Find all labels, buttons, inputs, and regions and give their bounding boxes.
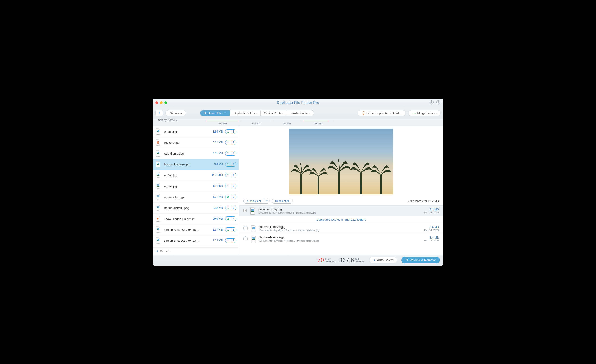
file-list[interactable]: JPEGyanapi.jpg3.89 MB13MP3Tuscon.mp36.01… <box>153 126 239 247</box>
minimize-window-button[interactable] <box>160 102 163 104</box>
camera-icon[interactable] <box>244 227 248 230</box>
sidebar: JPEGyanapi.jpg3.89 MB13MP3Tuscon.mp36.01… <box>153 126 239 255</box>
auto-select-button[interactable]: Auto Select <box>244 199 264 204</box>
svg-point-0 <box>430 101 434 104</box>
file-size: 3.89 MB <box>210 130 223 133</box>
svg-point-32 <box>252 210 252 210</box>
file-size: 6.01 MB <box>210 141 223 144</box>
file-row[interactable]: JPEGtodd-diemer.jpg4.15 MB13 <box>153 148 239 159</box>
duplicate-checkbox[interactable] <box>244 209 247 212</box>
footer: 70 Files Selected 367.6 MB Selected ✦ Au… <box>153 255 443 266</box>
size-bars: Sort by Name ▼ 571 MB186 MB96 MB406 MB <box>153 119 443 126</box>
file-type-icon: PNG <box>155 205 161 211</box>
file-name: thomas-lefebvre.jpg <box>164 163 207 166</box>
duplicate-filename: palms and sky.jpg <box>259 207 421 211</box>
duplicate-row[interactable]: thomas-lefebvre.jpgDocuments › My docs ›… <box>239 234 443 244</box>
merge-arrow-icon: ›→ <box>412 111 416 115</box>
file-row[interactable]: JPEGsunset.jpg88.9 KB12 <box>153 181 239 192</box>
mb-selected-stat: 367.6 MB Selected <box>339 257 365 264</box>
titlebar: Duplicate File Finder Pro <box>153 99 443 107</box>
file-type-icon <box>249 207 256 214</box>
file-name: sunset.jpg <box>164 184 207 188</box>
select-duplicates-button[interactable]: Select Duplicates in Folder <box>358 110 406 116</box>
review-remove-button[interactable]: Review & Remove <box>401 257 440 263</box>
zoom-window-button[interactable] <box>164 102 167 104</box>
file-row[interactable]: M4VShow Hidden Files.m4v39.9 MB24 <box>153 214 239 225</box>
file-row[interactable]: JPEGsurfing.jpg128.8 KB12 <box>153 170 239 181</box>
file-type-icon: JPEG <box>155 150 161 157</box>
file-name: yanapi.jpg <box>164 130 207 133</box>
file-name: Tuscon.mp3 <box>164 141 207 144</box>
footer-auto-select-button[interactable]: ✦ Auto Select <box>369 257 397 263</box>
svg-point-36 <box>252 238 253 239</box>
file-counts: 12 <box>225 184 237 188</box>
file-size: 1.72 MB <box>210 195 223 199</box>
chevron-down-icon: ▼ <box>266 200 268 202</box>
search-input[interactable] <box>160 249 236 253</box>
sort-by-dropdown[interactable]: Sort by Name ▼ <box>158 118 178 122</box>
file-row[interactable]: PNGScreen Shot 2019-04-23…1.22 MB12 <box>153 235 239 246</box>
file-type-icon: JPEG <box>155 183 161 189</box>
info-icon[interactable] <box>436 100 441 106</box>
file-counts: 12 <box>225 206 237 210</box>
duplicate-path: Documents › My docs › Folder 2 › palms a… <box>259 211 421 214</box>
file-row[interactable]: JPEGsummer time.jpg1.72 MB23 <box>153 192 239 203</box>
duplicate-size: 3.4 MB <box>424 225 439 229</box>
duplicate-size: 3.4 MB <box>424 236 439 239</box>
svg-point-15 <box>157 185 158 186</box>
tab-similar-folders[interactable]: Similar Folders <box>287 110 314 116</box>
file-counts: 12 <box>225 173 237 177</box>
merge-folders-button[interactable]: ›→ Merge Folders <box>408 110 441 116</box>
rss-icon[interactable] <box>429 100 434 106</box>
svg-rect-30 <box>380 175 382 195</box>
deselect-all-button[interactable]: Deselect All <box>272 199 293 204</box>
file-row[interactable]: MP3Tuscon.mp36.01 MB12 <box>153 137 239 148</box>
size-bar: 186 MB <box>240 121 272 125</box>
duplicate-row[interactable]: thomas-lefebvre.jpgDocuments › My docs ›… <box>239 223 443 234</box>
file-row[interactable]: JPEGthomas-lefebvre.jpg3.4 MB13 <box>153 159 239 170</box>
chevron-down-icon: ▼ <box>224 112 226 114</box>
duplicate-path: Documents › My docs › Summer › thomas-le… <box>259 229 421 232</box>
svg-point-13 <box>157 174 158 175</box>
file-row[interactable]: PNGstartup disk full.png3.28 MB12 <box>153 203 239 214</box>
file-type-icon <box>250 236 257 242</box>
svg-point-3 <box>438 102 438 102</box>
app-window: Duplicate File Finder Pro Overview Dupli… <box>153 99 443 266</box>
duplicate-folders-banner: Duplicates located in duplicate folders <box>239 216 443 223</box>
duplicate-date: Mar 14, 2019 <box>424 229 439 232</box>
duplicate-filename: thomas-lefebvre.jpg <box>259 236 421 239</box>
file-row[interactable]: JPEGyanapi.jpg3.89 MB13 <box>153 126 239 137</box>
svg-point-5 <box>157 131 158 131</box>
files-selected-stat: 70 Files Selected <box>318 257 335 264</box>
auto-select-dropdown[interactable]: ▼ <box>264 199 270 204</box>
sort-by-label: Sort by Name <box>158 118 175 122</box>
back-button[interactable] <box>155 110 163 116</box>
file-name: todd-diemer.jpg <box>164 152 207 155</box>
tab-similar-photos[interactable]: Similar Photos <box>261 110 287 116</box>
svg-point-24 <box>156 250 158 252</box>
file-row[interactable]: PNGScreen Shot 2019-05-16…1.37 MB12 <box>153 225 239 235</box>
search-row <box>153 247 239 255</box>
svg-point-19 <box>157 207 158 207</box>
duplicate-path: Documents › My docs › Folder 1 › thomas-… <box>259 240 421 242</box>
overview-button[interactable]: Overview <box>165 110 186 116</box>
detail-toolbar: Auto Select ▼ Deselect All 3 duplicates … <box>239 197 443 205</box>
traffic-lights <box>153 102 167 104</box>
svg-point-21 <box>157 228 158 229</box>
svg-rect-29 <box>360 173 362 195</box>
duplicate-row[interactable]: palms and sky.jpgDocuments › My docs › F… <box>239 206 443 216</box>
file-counts: 13 <box>225 129 237 134</box>
tab-duplicate-folders[interactable]: Duplicate Folders <box>230 110 260 116</box>
window-title: Duplicate File Finder Pro <box>153 101 443 105</box>
tab-duplicate-files[interactable]: Duplicate Files▼ <box>200 110 230 116</box>
close-window-button[interactable] <box>155 102 158 104</box>
duplicate-list[interactable]: palms and sky.jpgDocuments › My docs › F… <box>239 205 443 255</box>
duplicate-date: Mar 14, 2019 <box>424 211 439 214</box>
svg-point-34 <box>252 227 253 228</box>
chevron-down-icon: ▼ <box>176 119 178 121</box>
main-content: JPEGyanapi.jpg3.89 MB13MP3Tuscon.mp36.01… <box>153 126 443 255</box>
camera-icon[interactable] <box>244 237 248 240</box>
toolbar: Overview Duplicate Files▼Duplicate Folde… <box>153 107 443 119</box>
file-name: summer time.jpg <box>164 195 207 199</box>
file-size: 1.37 MB <box>210 228 223 231</box>
